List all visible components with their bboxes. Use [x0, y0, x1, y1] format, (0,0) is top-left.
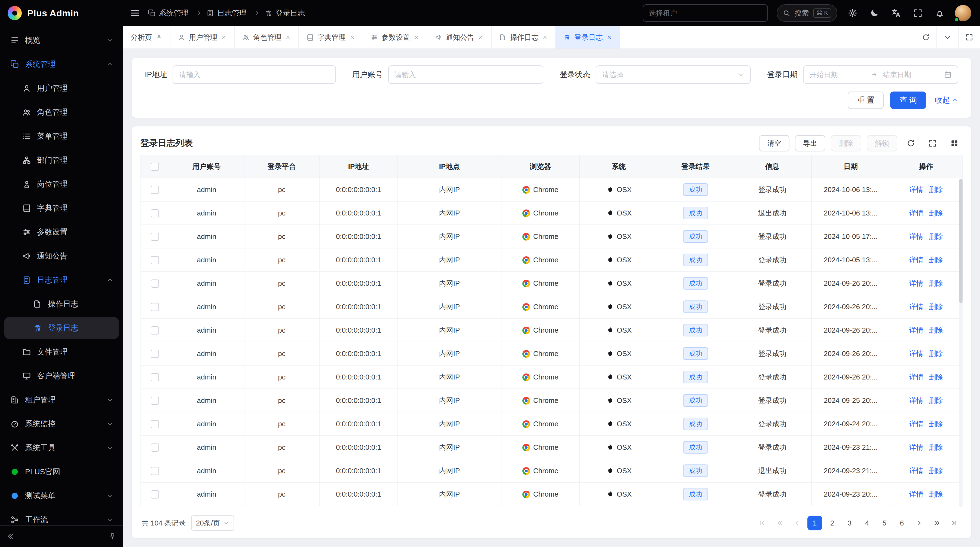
page-number-button[interactable]: 6 [894, 516, 909, 530]
detail-link[interactable]: 详情 [909, 326, 923, 334]
reset-button[interactable]: 重 置 [848, 91, 884, 109]
tab[interactable]: 分析页 [123, 26, 170, 48]
tab-close-icon[interactable] [542, 35, 548, 40]
delete-button[interactable]: 删除 [831, 135, 861, 152]
row-checkbox[interactable] [151, 443, 159, 452]
row-delete-link[interactable]: 删除 [929, 420, 943, 428]
row-checkbox[interactable] [151, 279, 159, 288]
detail-link[interactable]: 详情 [909, 303, 923, 311]
table-fullscreen-icon[interactable] [924, 135, 941, 152]
sidebar-item[interactable]: 通知公告 [4, 245, 119, 267]
page-number-button[interactable]: 4 [860, 516, 874, 530]
breadcrumb-item[interactable]: 登录日志 [265, 8, 305, 18]
row-checkbox[interactable] [151, 420, 159, 428]
sidebar-toggle-icon[interactable] [129, 6, 142, 20]
row-checkbox[interactable] [151, 256, 159, 264]
row-delete-link[interactable]: 删除 [929, 256, 943, 264]
page-size-select[interactable]: 20条/页 [191, 515, 234, 531]
collapse-sidebar-icon[interactable] [6, 532, 15, 541]
page-number-button[interactable]: 5 [877, 516, 892, 530]
detail-link[interactable]: 详情 [909, 185, 923, 194]
detail-link[interactable]: 详情 [909, 209, 923, 217]
page-number-button[interactable]: 3 [842, 516, 857, 530]
detail-link[interactable]: 详情 [909, 490, 923, 498]
pin-sidebar-icon[interactable] [108, 532, 116, 541]
table-scrollbar-thumb[interactable] [959, 179, 963, 303]
sidebar-item[interactable]: 参数设置 [4, 221, 119, 243]
fullscreen-icon[interactable] [912, 6, 924, 20]
last-page-button[interactable] [947, 516, 961, 530]
user-avatar[interactable] [955, 5, 971, 21]
breadcrumb-item[interactable]: 日志管理 [206, 8, 265, 18]
row-delete-link[interactable]: 删除 [929, 396, 943, 405]
row-checkbox[interactable] [151, 233, 159, 241]
first-page-button[interactable] [755, 516, 770, 530]
row-checkbox[interactable] [151, 373, 159, 381]
next-page-button[interactable] [912, 516, 927, 530]
row-delete-link[interactable]: 删除 [929, 349, 943, 358]
sidebar-item[interactable]: 部门管理 [4, 149, 119, 171]
row-checkbox[interactable] [151, 209, 159, 217]
login-date-range-picker[interactable]: 开始日期 结束日期 [803, 65, 958, 84]
breadcrumb-item[interactable]: 系统管理 [148, 8, 206, 18]
detail-link[interactable]: 详情 [909, 443, 923, 451]
sidebar-item[interactable]: 租户管理 [4, 389, 119, 411]
global-search-button[interactable]: 搜索 ⌘ K [776, 4, 837, 22]
row-delete-link[interactable]: 删除 [929, 373, 943, 381]
sidebar-item[interactable]: 工作流 [4, 509, 119, 525]
next-pages-button[interactable] [929, 516, 944, 530]
tab[interactable]: 用户管理 [170, 26, 235, 48]
settings-gear-icon[interactable] [846, 6, 859, 20]
login-status-select[interactable]: 请选择 [596, 65, 751, 84]
select-all-checkbox[interactable] [151, 163, 159, 171]
column-settings-grid-icon[interactable] [946, 135, 963, 152]
tab-close-icon[interactable] [414, 35, 419, 40]
theme-moon-icon[interactable] [868, 6, 881, 20]
detail-link[interactable]: 详情 [909, 373, 923, 381]
ip-address-input[interactable] [173, 65, 336, 84]
prev-page-button[interactable] [790, 516, 805, 530]
row-delete-link[interactable]: 删除 [929, 443, 943, 451]
detail-link[interactable]: 详情 [909, 467, 923, 475]
notifications-bell-icon[interactable] [933, 6, 946, 20]
tab[interactable]: 字典管理 [299, 26, 363, 48]
row-checkbox[interactable] [151, 303, 159, 311]
query-button[interactable]: 查 询 [890, 91, 926, 109]
detail-link[interactable]: 详情 [909, 256, 923, 264]
row-delete-link[interactable]: 删除 [929, 326, 943, 334]
table-scrollbar[interactable] [959, 179, 963, 507]
row-delete-link[interactable]: 删除 [929, 185, 943, 194]
sidebar-item[interactable]: 菜单管理 [4, 125, 119, 147]
tab-close-icon[interactable] [285, 35, 291, 40]
sidebar-item[interactable]: 客户端管理 [4, 365, 119, 387]
tab-close-icon[interactable] [606, 35, 612, 40]
detail-link[interactable]: 详情 [909, 279, 923, 287]
tab-close-icon[interactable] [478, 35, 484, 40]
row-delete-link[interactable]: 删除 [929, 467, 943, 475]
tab-pin-icon[interactable] [156, 34, 162, 41]
sidebar-item[interactable]: 字典管理 [4, 197, 119, 219]
export-button[interactable]: 导出 [795, 135, 826, 152]
tab-close-icon[interactable] [350, 35, 355, 40]
row-delete-link[interactable]: 删除 [929, 232, 943, 241]
row-checkbox[interactable] [151, 350, 159, 358]
sidebar-item[interactable]: 系统监控 [4, 413, 119, 435]
sidebar-item[interactable]: 操作日志 [4, 293, 119, 315]
row-delete-link[interactable]: 删除 [929, 279, 943, 287]
tab-close-icon[interactable] [221, 35, 226, 40]
detail-link[interactable]: 详情 [909, 396, 923, 405]
clear-button[interactable]: 清空 [759, 135, 789, 152]
sidebar-item[interactable]: 用户管理 [4, 77, 119, 99]
unlock-button[interactable]: 解锁 [867, 135, 897, 152]
sidebar-item[interactable]: 角色管理 [4, 101, 119, 123]
sidebar-item[interactable]: 岗位管理 [4, 173, 119, 195]
prev-pages-button[interactable] [773, 516, 787, 530]
refresh-list-icon[interactable] [903, 135, 919, 152]
tab[interactable]: 角色管理 [235, 26, 299, 48]
detail-link[interactable]: 详情 [909, 232, 923, 241]
row-delete-link[interactable]: 删除 [929, 490, 943, 498]
detail-link[interactable]: 详情 [909, 420, 923, 428]
content-fullscreen-icon[interactable] [958, 26, 980, 48]
tenant-select-input[interactable] [643, 4, 768, 22]
page-number-button[interactable]: 2 [825, 516, 840, 530]
